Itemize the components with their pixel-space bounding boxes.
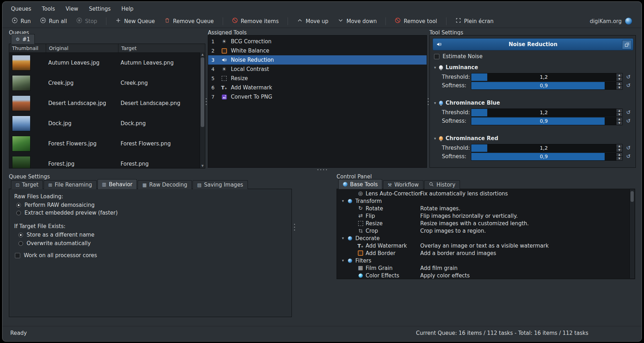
move-up-button[interactable]: Move up bbox=[295, 16, 331, 26]
collapse-arrow-icon[interactable]: ▾ bbox=[434, 101, 436, 105]
spin-down-icon[interactable]: ▼ bbox=[616, 85, 622, 89]
splitter-handle[interactable] bbox=[428, 98, 429, 107]
table-row[interactable]: Dock.jpg Dock.png bbox=[9, 113, 200, 133]
threshold-slider[interactable]: 1,2 ▲▼ bbox=[471, 144, 623, 152]
spin-down-icon[interactable]: ▼ bbox=[616, 148, 622, 152]
section-chrominance-blue[interactable]: ▾ Chrominance Blue bbox=[434, 99, 500, 106]
tree-item-lens-auto-correction[interactable]: ◎ Lens Auto-Correction Fix automatically… bbox=[337, 190, 630, 197]
fullscreen-button[interactable]: Plein écran bbox=[453, 16, 496, 26]
spin-down-icon[interactable]: ▼ bbox=[616, 77, 622, 81]
tab-base-tools[interactable]: Base Tools bbox=[338, 179, 382, 189]
reset-button[interactable]: ↺ bbox=[625, 144, 632, 152]
digikam-brand[interactable]: digiKam.org bbox=[590, 15, 632, 28]
reset-button[interactable]: ↺ bbox=[625, 82, 632, 89]
control-panel-scrollbar[interactable] bbox=[629, 189, 634, 278]
work-all-cores-checkbox[interactable]: Work on all processor cores bbox=[15, 252, 97, 259]
spin-up-icon[interactable]: ▲ bbox=[616, 117, 622, 121]
tree-item-color-effects[interactable]: Color Effects Apply color effects bbox=[337, 272, 630, 279]
reset-button[interactable]: ↺ bbox=[625, 153, 632, 160]
estimate-noise-checkbox[interactable]: Estimate Noise bbox=[434, 53, 483, 60]
run-all-button[interactable]: Run all bbox=[38, 16, 69, 26]
radio-overwrite-automatically[interactable]: Overwrite automatically bbox=[18, 240, 91, 247]
spin-buttons[interactable]: ▲▼ bbox=[616, 109, 622, 116]
column-header-target[interactable]: Target bbox=[118, 44, 205, 52]
scrollbar-thumb[interactable] bbox=[631, 191, 634, 202]
tree-group-transform[interactable]: ▾ Transform bbox=[337, 197, 630, 205]
tree-item-add-border[interactable]: Add Border Add a border around images bbox=[337, 249, 630, 257]
expander-icon[interactable]: ▾ bbox=[340, 199, 345, 203]
run-button[interactable]: Run bbox=[10, 16, 33, 26]
spin-up-icon[interactable]: ▲ bbox=[616, 73, 622, 77]
radio-store-different-name[interactable]: Store as a different name bbox=[18, 232, 94, 238]
column-header-thumbnail[interactable]: Thumbnail bbox=[9, 44, 46, 52]
assigned-tool-row[interactable]: 5 Resize bbox=[208, 74, 427, 83]
table-row[interactable]: Forest.jpg Forest.png bbox=[9, 154, 200, 168]
table-row[interactable]: Forest Flowers.jpg Forest Flowers.png bbox=[9, 133, 200, 154]
tree-item-resize[interactable]: Resize Resize images with a customized l… bbox=[337, 220, 630, 227]
spin-down-icon[interactable]: ▼ bbox=[616, 112, 622, 116]
tree-group-filters[interactable]: ▾ Filters bbox=[337, 257, 630, 264]
remove-queue-button[interactable]: Remove Queue bbox=[162, 16, 216, 26]
reset-button[interactable]: ↺ bbox=[625, 109, 632, 116]
tree-item-flip[interactable]: ⇄ Flip Flip images horizontally or verti… bbox=[337, 212, 630, 220]
new-queue-button[interactable]: New Queue bbox=[113, 16, 157, 26]
scroll-up-arrow-icon[interactable]: ▲ bbox=[200, 52, 205, 57]
menu-tools[interactable]: Tools bbox=[42, 6, 55, 12]
section-luminance[interactable]: ▾ Luminance bbox=[434, 64, 478, 71]
tab-history[interactable]: History bbox=[424, 180, 460, 189]
tab-target[interactable]: ⊡ Target bbox=[11, 180, 43, 189]
tab-workflow[interactable]: ⚒ Workflow bbox=[383, 180, 423, 189]
menu-queues[interactable]: Queues bbox=[11, 6, 31, 12]
spin-down-icon[interactable]: ▼ bbox=[616, 156, 622, 160]
radio-perform-raw-demosaicing[interactable]: Perform RAW demosaicing bbox=[16, 202, 95, 208]
assigned-tool-row[interactable]: 2 White Balance bbox=[208, 46, 427, 55]
spin-buttons[interactable]: ▲▼ bbox=[616, 117, 622, 125]
spin-buttons[interactable]: ▲▼ bbox=[616, 82, 622, 89]
assigned-tool-row[interactable]: 7 Convert To PNG bbox=[208, 92, 427, 101]
tab-behavior[interactable]: ▥ Behavior bbox=[98, 179, 137, 189]
tab-file-renaming[interactable]: ⊞ File Renaming bbox=[44, 180, 96, 189]
collapse-arrow-icon[interactable]: ▾ bbox=[434, 137, 436, 140]
tree-group-decorate[interactable]: ▾ Decorate bbox=[337, 234, 630, 242]
queue-tab-1[interactable]: ⚙ #1 bbox=[11, 34, 35, 44]
expander-icon[interactable]: ▾ bbox=[340, 258, 345, 263]
softness-slider[interactable]: 0,9 ▲▼ bbox=[471, 117, 623, 125]
table-row[interactable]: Desert Landscape.jpg Desert Landscape.pn… bbox=[9, 93, 200, 113]
table-row[interactable]: Creek.jpg Creek.png bbox=[9, 73, 200, 93]
radio-extract-embedded-preview[interactable]: Extract embedded preview (faster) bbox=[16, 210, 118, 216]
queues-scrollbar[interactable]: ▲ ▼ bbox=[200, 52, 205, 168]
column-header-original[interactable]: Original bbox=[46, 44, 118, 52]
reset-button[interactable]: ↺ bbox=[625, 73, 632, 81]
spin-buttons[interactable]: ▲▼ bbox=[616, 73, 622, 81]
spin-up-icon[interactable]: ▲ bbox=[616, 153, 622, 156]
table-row[interactable]: Autumn Leaves.jpg Autumn Leaves.png bbox=[9, 52, 200, 73]
spin-buttons[interactable]: ▲▼ bbox=[616, 153, 622, 160]
scrollbar-thumb[interactable] bbox=[201, 57, 204, 127]
softness-slider[interactable]: 0,9 ▲▼ bbox=[471, 82, 623, 90]
move-down-button[interactable]: Move down bbox=[335, 16, 379, 26]
threshold-slider[interactable]: 1,2 ▲▼ bbox=[471, 109, 623, 117]
tree-item-crop[interactable]: Crop Crop images to a region. bbox=[337, 227, 630, 234]
expander-icon[interactable]: ▾ bbox=[340, 236, 345, 240]
assigned-tool-row[interactable]: 4 ☀ Local Contrast bbox=[208, 65, 427, 74]
splitter-handle[interactable] bbox=[317, 169, 327, 170]
splitter-handle[interactable] bbox=[206, 98, 207, 107]
menu-settings[interactable]: Settings bbox=[89, 6, 111, 12]
detach-button[interactable] bbox=[622, 40, 632, 49]
splitter-handle[interactable] bbox=[294, 224, 295, 232]
assigned-tool-row[interactable]: 1 ☀ BCG Correction bbox=[208, 37, 427, 46]
tree-item-add-watermark[interactable]: T₊ Add Watermark Overlay an image or tex… bbox=[337, 242, 630, 249]
menu-help[interactable]: Help bbox=[121, 6, 133, 12]
assigned-tool-row-selected[interactable]: 3 Noise Reduction bbox=[208, 55, 427, 65]
spin-up-icon[interactable]: ▲ bbox=[616, 109, 622, 112]
assigned-tool-row[interactable]: 6 T₊ Add Watermark bbox=[208, 83, 427, 92]
remove-tool-button[interactable]: Remove tool bbox=[393, 16, 439, 26]
spin-down-icon[interactable]: ▼ bbox=[616, 121, 622, 125]
softness-slider[interactable]: 0,9 ▲▼ bbox=[471, 153, 623, 161]
tree-item-film-grain[interactable]: ▦ Film Grain Add film grain bbox=[337, 264, 630, 272]
collapse-arrow-icon[interactable]: ▾ bbox=[434, 66, 436, 70]
tab-saving-images[interactable]: ▤ Saving Images bbox=[193, 180, 248, 189]
scroll-down-arrow-icon[interactable]: ▼ bbox=[200, 164, 205, 168]
tree-item-rotate[interactable]: ↻ Rotate Rotate images. bbox=[337, 205, 630, 212]
tab-raw-decoding[interactable]: ▦ Raw Decoding bbox=[138, 180, 192, 189]
